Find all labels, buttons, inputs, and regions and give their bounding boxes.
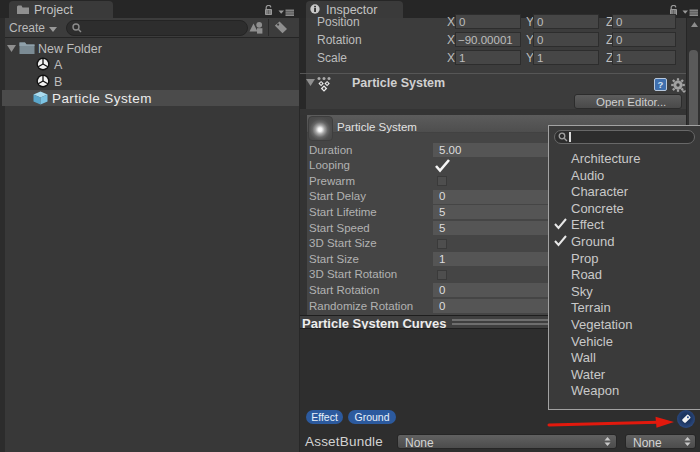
svg-text:?: ? — [658, 79, 664, 90]
